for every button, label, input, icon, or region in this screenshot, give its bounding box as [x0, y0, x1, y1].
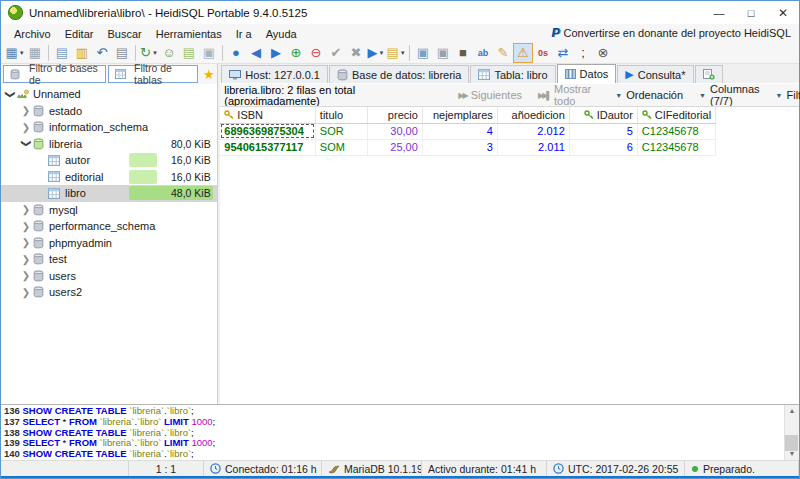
donate-link[interactable]: P Convertirse en donante del proyecto He… — [552, 26, 799, 40]
delimiter-icon[interactable]: ; — [573, 43, 593, 63]
insert-row-icon[interactable]: ⊕ — [286, 43, 306, 63]
tree-item-estado[interactable]: ❯estado — [1, 103, 217, 120]
undo-icon[interactable]: ↶ — [92, 43, 112, 63]
last-row-icon[interactable]: ▶ — [266, 43, 286, 63]
collapse-arrow-icon[interactable]: ❯ — [5, 89, 16, 99]
tree-item-libreria[interactable]: ❯libreria80,0 KiB — [1, 136, 217, 153]
tree-item-editorial[interactable]: editorial16,0 KiB — [1, 169, 217, 186]
expand-arrow-icon[interactable]: ❯ — [21, 221, 31, 232]
close-button[interactable]: ✕ — [767, 1, 799, 24]
tab-host[interactable]: Host: 127.0.0.1 — [221, 65, 328, 83]
copy-icon[interactable]: ▤ — [52, 43, 72, 63]
tab-new-query[interactable] — [695, 65, 723, 83]
tab-consulta-[interactable]: ▶Consulta* — [617, 65, 693, 83]
toolbox-icon[interactable]: ■ — [453, 43, 473, 63]
next-rows-button[interactable]: ▶▶ Siguientes — [450, 89, 530, 101]
paste-icon[interactable]: ▥ — [72, 43, 92, 63]
menu-ayuda[interactable]: Ayuda — [259, 27, 304, 41]
tree-item-users2[interactable]: ❯users2 — [1, 284, 217, 301]
blob-editor-icon[interactable]: ▣ — [199, 43, 219, 63]
menu-buscar[interactable]: Buscar — [100, 27, 148, 41]
cell-añoedicion[interactable]: 2.012 — [497, 123, 569, 139]
column-header-CIFeditorial[interactable]: CIFeditorial — [637, 107, 715, 123]
sql-log-scrollbar[interactable]: ▲ ▼ — [784, 405, 799, 460]
tree-item-performance_schema[interactable]: ❯performance_schema — [1, 218, 217, 235]
expand-arrow-icon[interactable]: ❯ — [21, 122, 31, 133]
snippets-icon[interactable]: ▤▼ — [386, 43, 406, 63]
cell-CIFeditorial[interactable]: C12345678 — [637, 123, 715, 139]
tree-item-information_schema[interactable]: ❯information_schema — [1, 119, 217, 136]
column-header-nejemplares[interactable]: nejemplares — [422, 107, 497, 123]
expand-arrow-icon[interactable]: ❯ — [21, 237, 31, 248]
post-changes-icon[interactable]: ✔ — [326, 43, 346, 63]
menu-editar[interactable]: Editar — [58, 27, 101, 41]
tree-item-phpmyadmin[interactable]: ❯phpmyadmin — [1, 235, 217, 252]
tree-item-Unnamed[interactable]: ❯Unnamed — [1, 86, 217, 103]
column-header-añoedicion[interactable]: añoedicion — [497, 107, 569, 123]
sql-log-panel[interactable]: 136 SHOW CREATE TABLE `libreria`.`libro`… — [1, 404, 799, 460]
scrollbar-thumb[interactable] — [785, 435, 798, 451]
cell-añoedicion[interactable]: 2.011 — [497, 139, 569, 155]
warning-highlight-icon[interactable]: ⚠ — [513, 43, 533, 63]
user-manager-icon[interactable]: ☺ — [159, 43, 179, 63]
save-icon[interactable]: ▣ — [413, 43, 433, 63]
expand-arrow-icon[interactable]: ❯ — [21, 254, 31, 265]
column-header-titulo[interactable]: titulo — [315, 107, 367, 123]
disconnect-icon[interactable]: ▦ — [25, 43, 45, 63]
tree-item-users[interactable]: ❯users — [1, 268, 217, 285]
cell-IDautor[interactable]: 5 — [569, 123, 637, 139]
cell-nejemplares[interactable]: 3 — [422, 139, 497, 155]
cell-precio[interactable]: 25,00 — [367, 139, 422, 155]
database-filter-input[interactable]: Filtro de bases de — [3, 65, 106, 83]
cell-nejemplares[interactable]: 4 — [422, 123, 497, 139]
tree-item-mysql[interactable]: ❯mysql — [1, 202, 217, 219]
expand-arrow-icon[interactable]: ❯ — [21, 287, 31, 298]
tab-base-de-datos[interactable]: Base de datos: libreria — [329, 65, 469, 83]
minimize-button[interactable]: — — [703, 1, 735, 24]
print-icon[interactable]: ▤ — [112, 43, 132, 63]
format-sql-icon[interactable]: ✎ — [493, 43, 513, 63]
find-replace-icon[interactable]: ab — [473, 43, 493, 63]
open-sql-file-icon[interactable]: ▤ — [179, 43, 199, 63]
delete-row-icon[interactable]: ⊖ — [306, 43, 326, 63]
column-header-IDautor[interactable]: IDautor — [569, 107, 637, 123]
menu-archivo[interactable]: Archivo — [7, 27, 58, 41]
tab-datos[interactable]: Datos — [557, 64, 617, 83]
expand-arrow-icon[interactable]: ❯ — [21, 105, 31, 116]
discard-changes-icon[interactable]: ✖ — [346, 43, 366, 63]
stop-icon[interactable]: ⊗ — [593, 43, 613, 63]
tree-item-libro[interactable]: libro48,0 KiB — [1, 185, 217, 202]
maximize-button[interactable]: □ — [735, 1, 767, 24]
expand-arrow-icon[interactable]: ❯ — [21, 270, 31, 281]
refresh-icon[interactable]: ↻▼ — [139, 43, 159, 63]
save-as-icon[interactable]: ▣ — [433, 43, 453, 63]
reconnect-icon[interactable]: ⇄ — [553, 43, 573, 63]
collapse-arrow-icon[interactable]: ❯ — [21, 139, 32, 149]
tree-item-autor[interactable]: autor16,0 KiB — [1, 152, 217, 169]
cell-ISBN[interactable]: 6896369875304 — [220, 123, 315, 139]
cell-CIFeditorial[interactable]: C12345678 — [637, 139, 715, 155]
cell-titulo[interactable]: SOM — [315, 139, 367, 155]
tree-item-test[interactable]: ❯test — [1, 251, 217, 268]
show-all-rows-button[interactable]: ▶▶▌ Mostrar todo — [530, 83, 599, 107]
cell-ISBN[interactable]: 9540615377117 — [220, 139, 315, 155]
favorites-star-icon[interactable]: ★ — [203, 67, 215, 82]
cell-IDautor[interactable]: 6 — [569, 139, 637, 155]
menu-herramientas[interactable]: Herramientas — [149, 27, 229, 41]
first-row-icon[interactable]: ◀ — [246, 43, 266, 63]
cancel-operation-icon[interactable]: ● — [226, 43, 246, 63]
tab-tabla[interactable]: Tabla: libro — [470, 65, 555, 83]
cell-precio[interactable]: 30,00 — [367, 123, 422, 139]
expand-arrow-icon[interactable]: ❯ — [21, 204, 31, 215]
table-filter-input[interactable]: Filtro de tablas — [108, 65, 198, 83]
query-timer-icon[interactable]: 0s — [533, 43, 553, 63]
session-manager-icon[interactable]: ▦▼ — [5, 43, 25, 63]
column-header-precio[interactable]: precio — [367, 107, 422, 123]
sorting-button[interactable]: ▼ Ordenación — [607, 89, 691, 101]
columns-button[interactable]: ▼ Columnas (7/7) — [691, 83, 767, 107]
cell-titulo[interactable]: SOR — [315, 123, 367, 139]
execute-sql-icon[interactable]: ▶▼ — [366, 43, 386, 63]
menu-ir-a[interactable]: Ir a — [229, 27, 259, 41]
filter-button[interactable]: ▼ Filtro — [768, 89, 800, 101]
scroll-up-icon[interactable]: ▲ — [789, 405, 796, 417]
